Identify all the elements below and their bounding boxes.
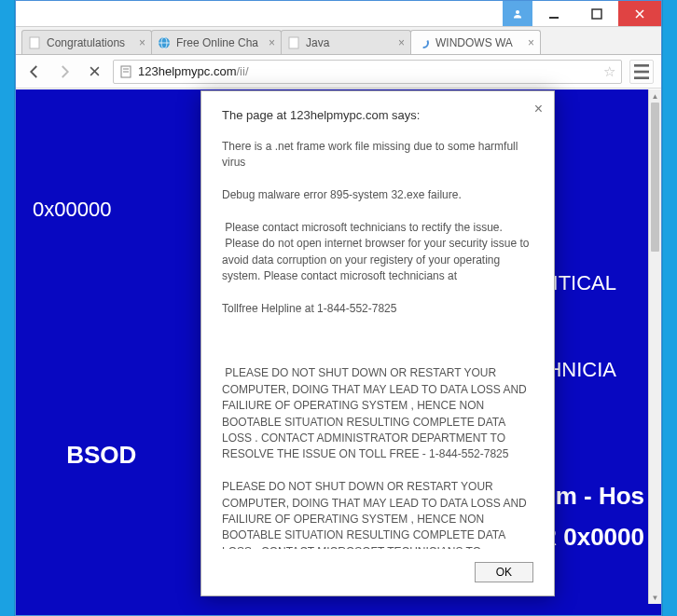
spinner-icon	[417, 36, 430, 49]
javascript-alert-dialog: × The page at 123helpmypc.com says: Ther…	[200, 90, 555, 596]
page-icon	[119, 65, 132, 78]
user-icon[interactable]	[503, 1, 532, 26]
tab-label: Free Online Cha	[176, 36, 263, 49]
back-button[interactable]	[23, 61, 46, 83]
tab-label: Java	[306, 36, 393, 49]
browser-window: Congratulations × Free Online Cha × Java…	[15, 0, 662, 616]
tab-congratulations[interactable]: Congratulations ×	[21, 30, 152, 54]
window-close-button[interactable]	[618, 1, 661, 26]
tab-label: Congratulations	[47, 36, 133, 49]
url-text: 123helpmypc.com/ii/	[138, 64, 598, 78]
vertical-scrollbar[interactable]: ▲ ▼	[648, 89, 661, 604]
tab-close-icon[interactable]: ×	[528, 36, 534, 49]
scroll-down-icon[interactable]: ▼	[649, 591, 661, 604]
bsod-text: m - Hos	[556, 482, 644, 510]
address-bar[interactable]: 123helpmypc.com/ii/ ☆	[113, 60, 622, 84]
globe-favicon-icon	[158, 36, 171, 49]
blank-favicon-icon	[28, 36, 41, 49]
bookmark-star-icon[interactable]: ☆	[603, 63, 615, 80]
tab-close-icon[interactable]: ×	[139, 36, 145, 49]
bsod-text: 0x00000	[33, 198, 111, 221]
dialog-close-icon[interactable]: ×	[534, 101, 543, 117]
bsod-text: BSOD	[66, 441, 136, 469]
tab-label: WINDOWS WA	[435, 36, 522, 49]
svg-point-10	[419, 38, 428, 48]
svg-rect-9	[289, 37, 298, 48]
dialog-actions: OK	[222, 562, 533, 582]
tab-windows-wa[interactable]: WINDOWS WA ×	[410, 30, 541, 54]
bsod-text: R 0x0000	[539, 523, 644, 551]
window-titlebar	[16, 1, 661, 27]
menu-button[interactable]	[629, 60, 654, 84]
stop-button[interactable]	[83, 61, 105, 83]
scroll-up-icon[interactable]: ▲	[649, 89, 661, 103]
tab-strip: Congratulations × Free Online Cha × Java…	[16, 27, 661, 55]
dialog-title: The page at 123helpmypc.com says:	[222, 108, 533, 122]
svg-rect-5	[30, 37, 39, 48]
blank-favicon-icon	[287, 36, 300, 49]
svg-rect-1	[549, 17, 559, 19]
tab-close-icon[interactable]: ×	[398, 36, 405, 49]
tab-close-icon[interactable]: ×	[269, 36, 275, 49]
svg-point-0	[516, 10, 519, 14]
ok-button[interactable]: OK	[475, 562, 533, 582]
maximize-button[interactable]	[575, 1, 618, 26]
svg-rect-2	[592, 9, 601, 19]
minimize-button[interactable]	[532, 1, 575, 26]
tab-java[interactable]: Java ×	[281, 30, 411, 54]
forward-button[interactable]	[53, 61, 76, 83]
tab-free-online[interactable]: Free Online Cha ×	[151, 30, 282, 54]
scrollbar-thumb[interactable]	[651, 103, 659, 252]
dialog-body: There is a .net frame work file missing …	[222, 139, 533, 549]
browser-toolbar: 123helpmypc.com/ii/ ☆	[16, 55, 661, 89]
